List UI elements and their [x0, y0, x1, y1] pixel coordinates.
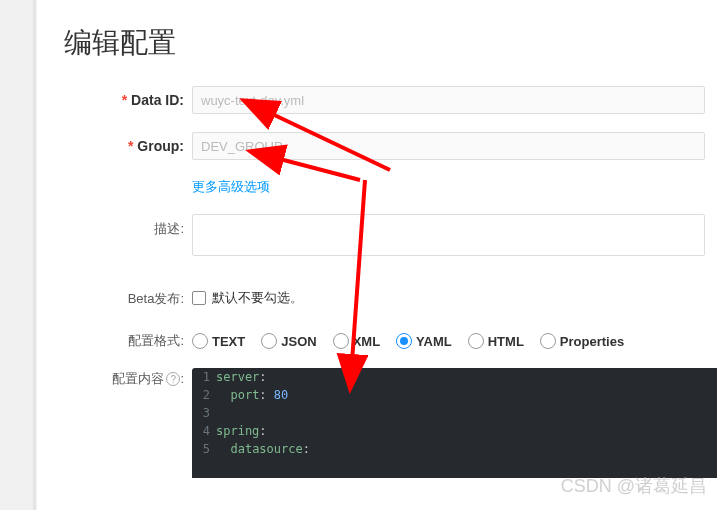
code-editor[interactable]: 1server:2 port: 8034spring:5 datasource:	[192, 368, 717, 478]
radio-circle-icon	[192, 333, 208, 349]
help-icon[interactable]: ?	[166, 372, 180, 386]
page-title: 编辑配置	[36, 20, 717, 86]
row-group: Group:	[36, 132, 717, 160]
link-more-advanced[interactable]: 更多高级选项	[192, 179, 270, 194]
radio-group-format: TEXTJSONXMLYAMLHTMLProperties	[192, 333, 705, 349]
row-description: 描述:	[36, 214, 717, 259]
code-line: 2 port: 80	[192, 386, 717, 404]
code-line: 5 datasource:	[192, 440, 717, 458]
radio-format-text[interactable]: TEXT	[192, 333, 245, 349]
code-line: 1server:	[192, 368, 717, 386]
radio-label: XML	[353, 334, 380, 349]
left-margin	[0, 0, 36, 510]
code-text: server:	[216, 368, 717, 386]
radio-circle-icon	[540, 333, 556, 349]
input-data-id[interactable]	[192, 86, 705, 114]
row-advanced: 更多高级选项	[36, 178, 717, 196]
radio-label: YAML	[416, 334, 452, 349]
code-text	[216, 404, 717, 422]
label-group: Group:	[36, 138, 192, 154]
radio-format-yaml[interactable]: YAML	[396, 333, 452, 349]
code-text: port: 80	[216, 386, 717, 404]
input-group[interactable]	[192, 132, 705, 160]
radio-circle-icon	[396, 333, 412, 349]
radio-circle-icon	[468, 333, 484, 349]
textarea-description[interactable]	[192, 214, 705, 256]
checkbox-beta[interactable]: 默认不要勾选。	[192, 289, 303, 307]
radio-label: TEXT	[212, 334, 245, 349]
row-content: 配置内容?: 1server:2 port: 8034spring:5 data…	[36, 368, 717, 478]
label-description: 描述:	[36, 214, 192, 238]
radio-circle-icon	[333, 333, 349, 349]
label-data-id: Data ID:	[36, 92, 192, 108]
radio-label: Properties	[560, 334, 624, 349]
row-format: 配置格式: TEXTJSONXMLYAMLHTMLProperties	[36, 332, 717, 350]
code-line: 3	[192, 404, 717, 422]
label-format: 配置格式:	[36, 332, 192, 350]
radio-circle-icon	[261, 333, 277, 349]
radio-label: JSON	[281, 334, 316, 349]
radio-format-properties[interactable]: Properties	[540, 333, 624, 349]
radio-format-html[interactable]: HTML	[468, 333, 524, 349]
radio-format-json[interactable]: JSON	[261, 333, 316, 349]
line-number: 5	[192, 440, 216, 458]
line-number: 3	[192, 404, 216, 422]
form-container: 编辑配置 Data ID: Group: 更多高级选项 描述: Beta发布: …	[36, 0, 717, 510]
checkbox-beta-label: 默认不要勾选。	[212, 289, 303, 307]
code-text: spring:	[216, 422, 717, 440]
label-content: 配置内容?:	[36, 368, 192, 388]
code-line: 4spring:	[192, 422, 717, 440]
radio-format-xml[interactable]: XML	[333, 333, 380, 349]
row-data-id: Data ID:	[36, 86, 717, 114]
row-beta: Beta发布: 默认不要勾选。	[36, 289, 717, 308]
line-number: 2	[192, 386, 216, 404]
checkbox-box-icon	[192, 291, 206, 305]
line-number: 1	[192, 368, 216, 386]
radio-label: HTML	[488, 334, 524, 349]
line-number: 4	[192, 422, 216, 440]
code-text: datasource:	[216, 440, 717, 458]
label-beta: Beta发布:	[36, 290, 192, 308]
